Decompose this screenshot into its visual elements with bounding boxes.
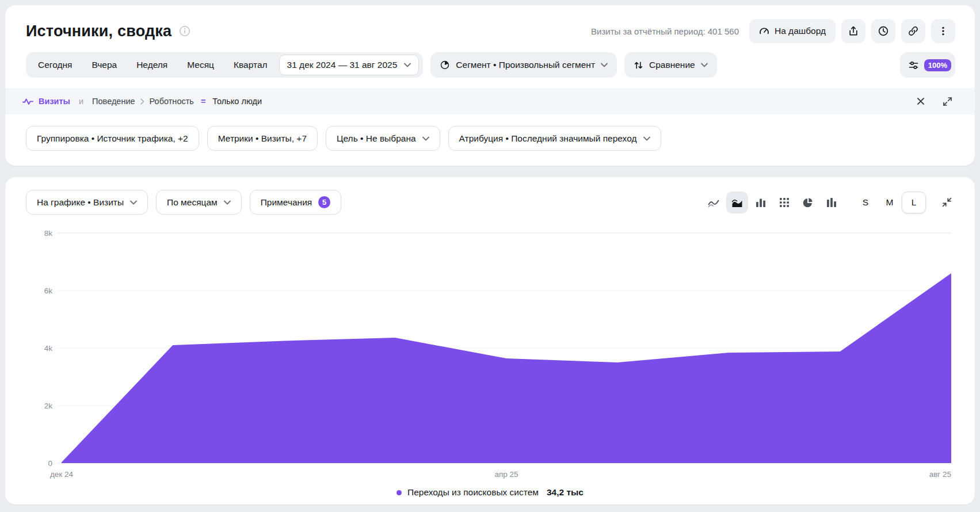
column-chart-type-button[interactable] — [821, 192, 842, 213]
chart-area: 02k4k6k8kдек 24апр 25авг 25 — [5, 221, 975, 486]
bar-chart-type-button[interactable] — [750, 192, 772, 213]
page-title: Источники, сводка — [26, 22, 171, 40]
stacked-chart-type-button[interactable] — [773, 192, 795, 213]
pie-segment-icon — [440, 60, 450, 70]
metrics-button[interactable]: Метрики • Визиты, +7 — [207, 126, 318, 151]
kebab-icon — [937, 25, 949, 37]
x-tick-label: апр 25 — [494, 470, 518, 479]
grouping-button[interactable]: Группировка • Источник трафика, +2 — [26, 126, 199, 151]
line-chart-icon — [708, 197, 719, 208]
segment-condition[interactable]: Поведение Роботность = Только люди — [92, 97, 262, 106]
link-icon — [907, 25, 919, 37]
share-button[interactable] — [841, 19, 865, 43]
clear-segment-button[interactable] — [910, 91, 931, 112]
tab-month[interactable]: Месяц — [177, 52, 224, 78]
history-button[interactable] — [871, 19, 895, 43]
attribution-label: Атрибуция • Последний значимый переход — [459, 133, 637, 144]
tab-quarter[interactable]: Квартал — [224, 52, 277, 78]
area-chart-icon — [731, 197, 743, 208]
y-tick-label: 0 — [48, 459, 52, 468]
chart-card: На графике • Визиты По месяцам Примечани… — [5, 177, 975, 505]
to-dashboard-button[interactable]: На дашборд — [749, 19, 836, 43]
bar-chart-icon — [755, 197, 767, 208]
to-dashboard-label: На дашборд — [775, 26, 826, 36]
tab-week[interactable]: Неделя — [127, 52, 177, 78]
y-tick-label: 8k — [44, 229, 53, 238]
size-m-button[interactable]: M — [878, 192, 902, 213]
on-chart-label: На графике • Визиты — [37, 197, 124, 208]
period-filters-row: Сегодня Вчера Неделя Месяц Квартал 31 де… — [26, 52, 955, 78]
column-chart-icon — [826, 197, 837, 208]
report-settings-row: Группировка • Источник трафика, +2 Метри… — [26, 126, 954, 166]
report-header-card: Источники, сводка Визиты за отчётный пер… — [5, 5, 975, 166]
x-tick-label: дек 24 — [50, 470, 74, 479]
y-tick-label: 2k — [44, 402, 53, 410]
goal-dropdown[interactable]: Цель • Не выбрана — [326, 126, 440, 151]
notes-count-badge: 5 — [318, 196, 330, 208]
legend-value: 34,2 тыс — [547, 487, 584, 498]
date-range-value: 31 дек 2024 — 31 авг 2025 — [287, 60, 398, 70]
clock-icon — [878, 25, 889, 37]
segment-bar-actions — [910, 91, 958, 112]
segment-value: Только люди — [212, 97, 262, 106]
comparison-dropdown[interactable]: Сравнение — [624, 52, 717, 78]
size-l-button[interactable]: L — [902, 192, 926, 213]
comparison-icon — [634, 60, 643, 70]
segment-condition-bar: Визиты и Поведение Роботность = Только л… — [5, 88, 975, 114]
more-menu-button[interactable] — [931, 19, 955, 43]
y-tick-label: 4k — [44, 344, 53, 353]
on-chart-dropdown[interactable]: На графике • Визиты — [26, 190, 148, 215]
visits-pulse-icon — [22, 97, 33, 105]
chart-view-controls: S M L — [703, 192, 958, 213]
visits-period-summary: Визиты за отчётный период: 401 560 — [591, 26, 739, 36]
segment-path-behavior: Поведение — [92, 97, 135, 106]
metrics-label: Метрики • Визиты, +7 — [218, 133, 307, 144]
sampling-control[interactable]: 100% — [900, 52, 955, 78]
comparison-dropdown-label: Сравнение — [649, 60, 695, 70]
collapse-chart-button[interactable] — [936, 192, 958, 213]
tab-today[interactable]: Сегодня — [28, 52, 82, 78]
chevron-down-icon — [422, 136, 429, 141]
header-row: Источники, сводка Визиты за отчётный пер… — [5, 5, 975, 43]
pie-chart-icon — [802, 197, 814, 208]
chart-size-group: S M L — [853, 192, 926, 213]
area-chart-type-button[interactable] — [726, 192, 748, 213]
chart-toolbar: На графике • Визиты По месяцам Примечани… — [5, 177, 975, 221]
size-s-button[interactable]: S — [853, 192, 878, 213]
copy-link-button[interactable] — [901, 19, 925, 43]
visits-area-chart[interactable]: 02k4k6k8kдек 24апр 25авг 25 — [21, 221, 959, 486]
period-tabbar: Сегодня Вчера Неделя Месяц Квартал 31 де… — [26, 52, 423, 78]
legend-label: Переходы из поисковых систем — [407, 487, 539, 498]
collapse-icon — [942, 197, 952, 207]
chevron-down-icon — [404, 63, 411, 67]
chevron-down-icon — [130, 200, 137, 205]
tab-yesterday[interactable]: Вчера — [82, 52, 127, 78]
notes-button[interactable]: Примечания 5 — [250, 190, 342, 215]
header-actions: Визиты за отчётный период: 401 560 На да… — [591, 19, 955, 43]
segment-metric[interactable]: Визиты — [22, 97, 70, 106]
share-icon — [848, 25, 859, 37]
grouping-label: Группировка • Источник трафика, +2 — [37, 133, 188, 144]
stacked-grid-icon — [779, 197, 790, 208]
x-tick-label: авг 25 — [929, 470, 951, 479]
segment-dropdown-label: Сегмент • Произвольный сегмент — [456, 60, 595, 70]
attribution-dropdown[interactable]: Атрибуция • Последний значимый переход — [448, 126, 661, 151]
segment-dropdown[interactable]: Сегмент • Произвольный сегмент — [430, 52, 617, 78]
expand-icon — [943, 97, 952, 106]
chevron-down-icon — [701, 63, 708, 67]
granularity-dropdown[interactable]: По месяцам — [156, 190, 242, 215]
segment-path-robots: Роботность — [150, 97, 194, 106]
area-series — [62, 273, 951, 463]
chart-legend[interactable]: Переходы из поисковых систем 34,2 тыс — [5, 487, 975, 498]
chevron-down-icon — [643, 136, 650, 141]
y-tick-label: 6k — [44, 286, 53, 295]
expand-segment-button[interactable] — [937, 91, 958, 112]
date-range-picker[interactable]: 31 дек 2024 — 31 авг 2025 — [279, 55, 420, 75]
goal-label: Цель • Не выбрана — [337, 133, 416, 144]
chevron-right-icon — [140, 98, 144, 105]
pie-chart-type-button[interactable] — [797, 192, 819, 213]
chevron-down-icon — [601, 63, 608, 67]
info-icon[interactable] — [179, 25, 190, 37]
sliders-icon — [908, 60, 919, 71]
line-chart-type-button[interactable] — [703, 192, 724, 213]
